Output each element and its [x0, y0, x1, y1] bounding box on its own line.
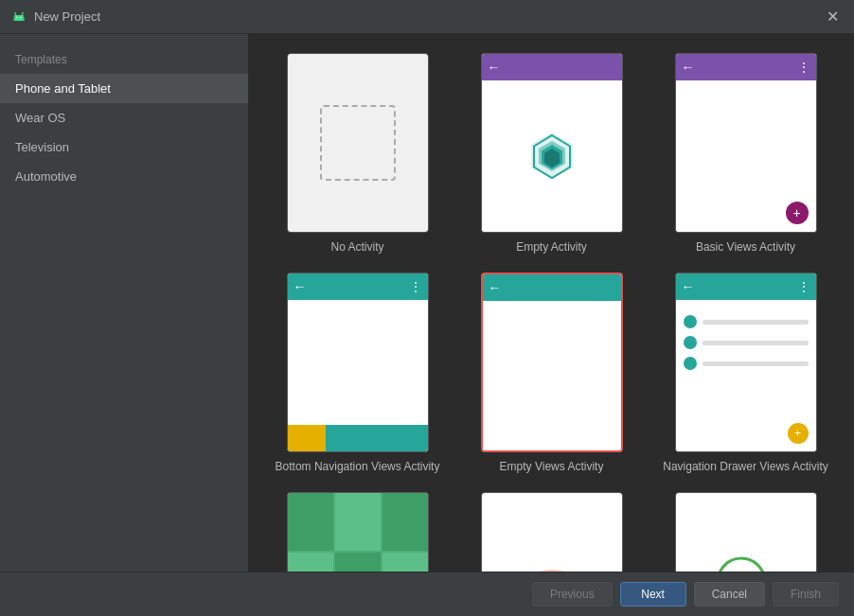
- empty-views-bar: ←: [483, 274, 621, 301]
- basic-views-label: Basic Views Activity: [696, 240, 795, 254]
- main-content: Templates Phone and Tablet Wear OS Telev…: [0, 34, 854, 572]
- content-area: No Activity ←: [249, 34, 854, 572]
- bottom-nav-thumb: ← ⋮: [287, 273, 429, 452]
- next-button[interactable]: Next: [620, 582, 686, 607]
- nav-drawer-body: +: [676, 300, 816, 451]
- hex-icon: [524, 128, 580, 185]
- cpp-icon: C ++: [708, 554, 784, 572]
- svg-point-21: [718, 558, 765, 572]
- template-no-activity[interactable]: No Activity: [268, 53, 447, 254]
- nav-drawer-label: Navigation Drawer Views Activity: [663, 460, 828, 473]
- empty-views-body: [483, 301, 621, 450]
- basic-views-thumb: ← ⋮ +: [675, 53, 817, 233]
- bottom-nav-body: [288, 300, 428, 425]
- template-grid-activity[interactable]: ↗ Grid Activity: [268, 492, 447, 572]
- no-activity-dashed-box: [320, 105, 396, 181]
- more-dots-icon: ⋮: [797, 279, 810, 294]
- template-bottom-nav[interactable]: ← ⋮ Bottom Navigation Views Activity: [268, 273, 447, 473]
- dialog-title: New Project: [34, 9, 100, 24]
- svg-point-5: [20, 16, 22, 18]
- sidebar: Templates Phone and Tablet Wear OS Telev…: [0, 34, 249, 572]
- footer: Previous Next Cancel Finish: [0, 572, 854, 616]
- nav-drawer-top-bar: ← ⋮: [676, 273, 816, 300]
- fab-icon: +: [786, 202, 809, 224]
- back-arrow-icon: ←: [489, 280, 502, 295]
- android-logo-icon: [11, 9, 27, 25]
- title-bar-left: New Project: [11, 9, 100, 25]
- grid-activity-thumb: ↗: [287, 492, 429, 572]
- drawer-fab-icon: +: [788, 423, 809, 444]
- previous-button[interactable]: Previous: [532, 582, 613, 607]
- sidebar-item-automotive[interactable]: Automotive: [0, 162, 248, 191]
- no-activity-label: No Activity: [330, 240, 383, 254]
- finish-button[interactable]: Finish: [773, 582, 839, 607]
- empty-activity-label: Empty Activity: [516, 240, 587, 254]
- bottom-nav-top-bar: ← ⋮: [288, 273, 428, 300]
- more-dots-icon: ⋮: [797, 60, 810, 75]
- svg-point-12: [525, 570, 578, 572]
- game-activity-thumb: [481, 492, 623, 572]
- bottom-nav-bar: [288, 425, 428, 451]
- sidebar-item-television[interactable]: Television: [0, 132, 248, 162]
- basic-views-bar: ← ⋮: [676, 54, 816, 80]
- back-arrow-icon: ←: [682, 279, 695, 294]
- empty-activity-icon-area: [482, 80, 622, 232]
- more-dots-icon: ⋮: [409, 279, 422, 294]
- empty-views-label: Empty Views Activity: [500, 460, 604, 473]
- svg-rect-1: [15, 15, 23, 21]
- empty-activity-thumb: ←: [481, 53, 623, 233]
- no-activity-thumb: [287, 53, 429, 233]
- svg-line-3: [22, 12, 24, 15]
- cpp-activity-thumb: C ++: [675, 492, 817, 572]
- close-button[interactable]: ✕: [823, 6, 843, 27]
- template-empty-activity[interactable]: ← Empty Activity: [462, 53, 641, 254]
- back-arrow-icon: ←: [488, 60, 501, 75]
- template-cpp-activity[interactable]: C ++ Native C++: [656, 492, 835, 572]
- back-arrow-icon: ←: [294, 279, 307, 294]
- bottom-nav-label: Bottom Navigation Views Activity: [276, 460, 440, 473]
- bottom-nav-active-item: [288, 425, 326, 451]
- templates-grid: No Activity ←: [268, 53, 835, 572]
- template-empty-views[interactable]: ← Empty Views Activity: [462, 273, 641, 473]
- sidebar-header: Templates: [0, 42, 248, 74]
- sidebar-item-phone-tablet[interactable]: Phone and Tablet: [0, 74, 248, 103]
- svg-point-4: [16, 16, 18, 18]
- sidebar-item-wear-os[interactable]: Wear OS: [0, 103, 248, 132]
- back-arrow-icon: ←: [682, 60, 695, 75]
- basic-views-body: +: [676, 80, 816, 232]
- template-basic-views[interactable]: ← ⋮ + Basic Views Activity: [656, 53, 835, 254]
- game-controller-icon: [519, 558, 585, 572]
- cancel-button[interactable]: Cancel: [694, 582, 765, 607]
- title-bar: New Project ✕: [0, 0, 854, 34]
- svg-line-2: [15, 12, 17, 15]
- nav-drawer-thumb: ← ⋮: [675, 273, 817, 452]
- template-nav-drawer[interactable]: ← ⋮: [656, 273, 835, 473]
- template-game-activity[interactable]: Game Activity: [462, 492, 641, 572]
- empty-views-thumb: ←: [481, 273, 623, 452]
- grid-cells: [288, 493, 428, 572]
- empty-activity-bar: ←: [482, 54, 622, 80]
